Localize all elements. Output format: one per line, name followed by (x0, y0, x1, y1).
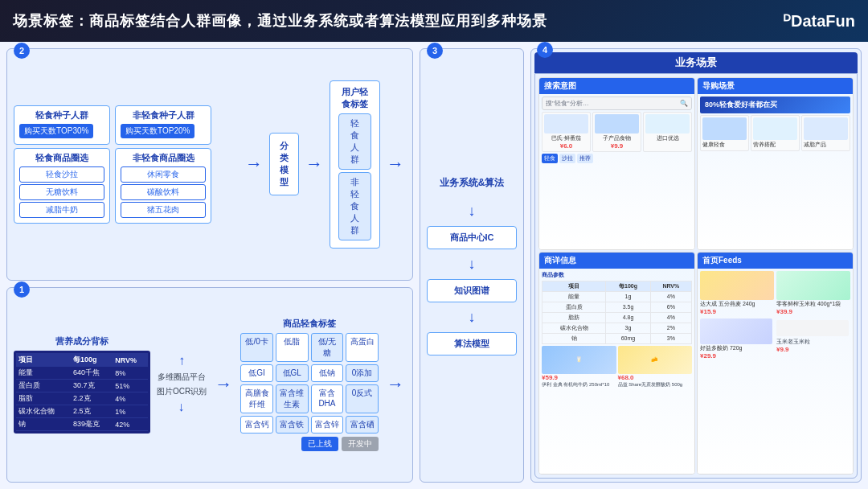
nutrition-box: 营养成分背标 项目 每100g NRV% (14, 335, 150, 434)
biz-block-ic: 商品中心IC (427, 226, 517, 249)
light-food-item-3: 减脂牛奶 (19, 202, 104, 218)
feed-row-1: 达大成 五分燕麦 240g ¥15.9 零客鲜榨玉米粒 400g*1袋 ¥39.… (700, 271, 850, 315)
guide-item-1: 健康轻食 (700, 115, 749, 151)
light-food-item-1: 轻食沙拉 (19, 166, 104, 183)
section-2-num: 2 (14, 43, 30, 59)
arrow-s1-right1: → (213, 374, 234, 395)
scene-grid: 搜索意图 搜"轻食"分析… 🔍 巴氏·鲜番茄 ¥6.0 (534, 73, 858, 479)
platform-main-label: 多维圈品平台 (158, 372, 206, 383)
biz-block-algo: 算法模型 (427, 332, 517, 355)
non-light-food-tag: 购买天数TOP20% (121, 124, 194, 138)
right-wrapper: 4 业务场景 搜索意图 搜"轻食"分析… 🔍 巴氏· (530, 48, 862, 483)
product-mock-1: 🥛 (542, 346, 616, 374)
platform-sub-label: 图片OCR识别 (157, 386, 207, 397)
tag-0添加: 0添加 (346, 364, 379, 382)
non-light-item-1: 休闲零食 (121, 166, 206, 183)
tag-富含DHA: 富含DHA (311, 384, 344, 413)
product-tags-title: 商品轻食标签 (240, 318, 379, 330)
status-dev-btn[interactable]: 开发中 (342, 437, 379, 451)
nutrition-table: 项目 每100g NRV% 能量640千焦8% 蛋白质30. (14, 351, 150, 434)
scene-card-search-header: 搜索意图 (539, 78, 694, 94)
arrow-s3-2: ↓ (469, 309, 476, 326)
s1-inner: 营养成分背标 项目 每100g NRV% (14, 294, 406, 475)
section-2: 2 轻食种子人群 购买天数TOP30% 非轻食种子人群 购买天数 (6, 48, 413, 281)
section3-title: 业务系统&算法 (440, 176, 505, 190)
tag-富含锌: 富含锌 (311, 416, 344, 434)
nutrition-bg-title: 营养成分背标 (14, 335, 150, 347)
header-title: 场景标签：商品标签结合人群画像，通过业务系统或者算法模型应用到多种场景 (13, 11, 547, 31)
search-tags-row: 轻食 沙拉 推荐 (542, 154, 692, 163)
tag-高蛋白: 高蛋白 (346, 333, 379, 362)
tag-富含铁: 富含铁 (276, 416, 309, 434)
middle-section: 3 业务系统&算法 ↓ 商品中心IC ↓ 知识图谱 ↓ 算法模型 (420, 48, 524, 483)
section2-inner: 轻食种子人群 购买天数TOP30% 非轻食种子人群 购买天数TOP20% (14, 55, 406, 273)
arrow-s3-1: ↓ (469, 256, 476, 273)
nutrition-row-carb: 碳水化合物2.5克1% (16, 405, 148, 418)
scene-card-detail: 商详信息 商品参数 项目 每100g NRV% (538, 252, 695, 475)
platform-arrow-up: → (174, 355, 189, 368)
tag-低脂: 低脂 (276, 333, 309, 362)
light-food-group: 轻食种子人群 购买天数TOP30% (14, 105, 110, 145)
feeds-items: 达大成 五分燕麦 240g ¥15.9 零客鲜榨玉米粒 400g*1袋 ¥39.… (700, 271, 850, 360)
nutrition-row-fat: 脂肪2.2克4% (16, 392, 148, 405)
scene-card-feeds-body: 达大成 五分燕麦 240g ¥15.9 零客鲜榨玉米粒 400g*1袋 ¥39.… (698, 269, 853, 475)
section-4-num: 4 (537, 42, 553, 58)
main-content: 2 轻食种子人群 购买天数TOP30% 非轻食种子人群 购买天数 (0, 42, 868, 489)
scene-card-guide-header: 导购场景 (698, 78, 853, 94)
search-results-row-1: 巴氏·鲜番茄 ¥6.0 子产品食物 ¥9.9 进口优选 (542, 112, 692, 152)
select-groups-row: 轻食商品圈选 轻食沙拉 无糖饮料 减脂牛奶 非轻食商品圈选 休闲零食 碳酸饮料 … (14, 148, 239, 224)
scene-card-guide: 导购场景 80%轻食爱好者都在买 健康轻食 营养搭配 (697, 77, 854, 250)
tag-富含维生素: 富含维生素 (276, 384, 309, 413)
search-result-1: 巴氏·鲜番茄 ¥6.0 (542, 112, 591, 152)
search-result-3: 进口优选 (643, 112, 692, 152)
platform-arrow-down: → (174, 401, 189, 414)
detail-table: 项目 每100g NRV% 能量1g4% 蛋白质3.5g6% 脂肪4.8g4% … (542, 281, 692, 344)
light-food-group-title: 轻食种子人群 (19, 109, 104, 121)
user-tag-non-light: 非轻食人群 (338, 172, 371, 240)
guide-item-2: 营养搭配 (751, 115, 800, 151)
user-tag-box: 用户轻食标签 轻食人群 非轻食人群 (330, 80, 380, 249)
scene-card-search: 搜索意图 搜"轻食"分析… 🔍 巴氏·鲜番茄 ¥6.0 (538, 77, 695, 250)
logo: ᴰDataFun (783, 11, 855, 31)
non-light-food-group-title: 非轻食种子人群 (121, 109, 206, 121)
header: 场景标签：商品标签结合人群画像，通过业务系统或者算法模型应用到多种场景 ᴰDat… (0, 0, 868, 42)
non-light-item-2: 碳酸饮料 (121, 184, 206, 200)
section-4: 业务场景 搜索意图 搜"轻食"分析… 🔍 巴氏·鲜番茄 (530, 48, 862, 483)
mid-platform: → 多维圈品平台 图片OCR识别 → (157, 354, 207, 415)
nutrition-row-sodium: 钠839毫克42% (16, 418, 148, 431)
feed-row-2: 好益多酸奶 720g ¥29.9 玉米老玉米粒 ¥9.9 (700, 318, 850, 360)
arrow-into-s3: ↓ (469, 203, 476, 220)
tag-status: 已上线 开发中 (240, 437, 379, 451)
section-1-num: 1 (14, 281, 30, 298)
tag-0卡: 低/0卡 (240, 333, 273, 362)
nutrition-row-protein: 蛋白质30.7克51% (16, 380, 148, 392)
guide-banner: 80%轻食爱好者都在买 (700, 97, 850, 113)
section-1: 1 营养成分背标 项目 每100g NRV% (6, 287, 413, 483)
user-tag-title: 用户轻食标签 (338, 86, 371, 110)
non-light-food-group: 非轻食种子人群 购买天数TOP20% (115, 105, 211, 145)
tag-低GI: 低GI (240, 364, 273, 382)
tag-低钠: 低钠 (311, 364, 344, 382)
product-showcase: 🥛 ¥59.9 伊利 金典 有机纯牛奶 250ml*10 🧀 ¥68.0 品益 … (542, 346, 692, 388)
arrow-s1-right2: → (385, 374, 406, 395)
tag-高膳食纤维: 高膳食纤维 (240, 384, 273, 413)
arrow-to-user-tag: → (304, 154, 325, 175)
tag-低无糖: 低/无糖 (311, 333, 344, 362)
section-3-num: 3 (427, 43, 443, 59)
seed-groups-row: 轻食种子人群 购买天数TOP30% 非轻食种子人群 购买天数TOP20% (14, 105, 239, 145)
scene-card-feeds-header: 首页Feeds (698, 253, 853, 269)
tag-grid: 低/0卡 低脂 低/无糖 高蛋白 低GI 低GL 低钠 0添加 高膳食纤维 富含… (240, 333, 379, 434)
arrow-to-classify: → (244, 154, 264, 175)
search-result-2: 子产品食物 ¥9.9 (592, 112, 641, 152)
non-light-food-select: 非轻食商品圈选 休闲零食 碳酸饮料 猪五花肉 (115, 148, 211, 224)
search-bar-mock[interactable]: 搜"轻食"分析… 🔍 (542, 97, 692, 110)
light-food-select: 轻食商品圈选 轻食沙拉 无糖饮料 减脂牛奶 (14, 148, 110, 224)
scene-card-guide-body: 80%轻食爱好者都在买 健康轻食 营养搭配 (698, 94, 853, 249)
user-tag-light: 轻食人群 (338, 113, 371, 170)
tag-低GL: 低GL (276, 364, 309, 382)
tag-富含硒: 富含硒 (346, 416, 379, 434)
guide-item-3: 减脂产品 (801, 115, 850, 151)
tag-富含钙: 富含钙 (240, 416, 273, 434)
status-online-btn[interactable]: 已上线 (301, 437, 338, 451)
left-section: 2 轻食种子人群 购买天数TOP30% 非轻食种子人群 购买天数 (6, 48, 413, 483)
